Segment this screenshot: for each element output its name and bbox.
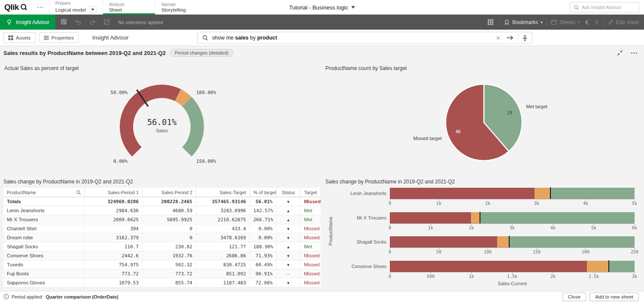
prev-sheet-button[interactable]: [584, 20, 590, 25]
table-cell: Missed: [301, 224, 321, 233]
table-cell: Fuji Boots: [3, 269, 85, 278]
sheets-button[interactable]: Sheets ▾: [551, 19, 580, 25]
properties-button[interactable]: Properties: [39, 32, 79, 43]
insight-search-bar[interactable]: show me sales by product ✕: [197, 32, 532, 44]
edit-sheet-button[interactable]: Edit sheet: [608, 19, 639, 25]
table-cell: Missed: [301, 278, 321, 287]
table-cell: Conserve Shoes: [3, 251, 85, 260]
table-cell: 3478.6169: [196, 233, 250, 242]
ask-insight-advisor-input[interactable]: [582, 5, 635, 10]
status-arrow: ▲: [286, 218, 290, 222]
gauge-chart[interactable]: 0.00%50.00%100.00%150.00%56.01%Sales: [73, 75, 253, 176]
query-term-product: product: [257, 35, 277, 41]
table-cell: 851.092: [196, 269, 250, 278]
clear-selections-icon: [103, 19, 110, 25]
close-button[interactable]: Close: [562, 293, 586, 301]
table-cell: Dream robe: [3, 233, 85, 242]
table-cell: ▼: [276, 260, 301, 269]
table-cell: ▲: [276, 215, 301, 224]
selections-toolbar: Insight Advisor No selections applied Bo…: [0, 15, 644, 30]
toolbar-divider: [604, 18, 604, 26]
add-to-new-sheet-button[interactable]: Add to new sheet: [589, 293, 639, 301]
range-above-target: [509, 236, 635, 247]
pie-value-label: 29: [507, 110, 512, 115]
bullet-row[interactable]: Mr X Trousers01k2k3k4k5k6k: [325, 212, 641, 236]
ask-insight-advisor-search[interactable]: [570, 2, 639, 12]
bullet-chart[interactable]: ProductName Lenin Jeanshorts01k2k3k4k5kM…: [325, 185, 641, 290]
collapse-button[interactable]: [617, 50, 623, 56]
axis-tick-label: 500: [427, 274, 434, 279]
app-title: Tutorial - Business logic: [289, 4, 348, 11]
axis-tick-label: 1k: [469, 274, 474, 279]
table-cell: 1187.483: [196, 278, 250, 287]
table-cell: 142.57%: [250, 206, 276, 215]
info-icon: [3, 294, 9, 299]
table-row[interactable]: Tuxedo754.975502.32830.472560.49%▼Missed: [3, 260, 321, 269]
x-axis-line: [390, 199, 635, 199]
axis-tick-label: 100: [484, 250, 492, 254]
table-cell: 754.975: [85, 260, 143, 269]
axis-tick-label: 1k: [428, 226, 433, 230]
sales-table[interactable]: ProductNameSales-Period 1Sales-Period 2S…: [3, 188, 321, 287]
submit-search-button[interactable]: [506, 35, 514, 40]
step-forward-button[interactable]: [87, 17, 98, 28]
table-row[interactable]: Totals324969.0286200228.2465357465.93146…: [3, 197, 321, 206]
bookmark-icon: [504, 19, 510, 25]
status-arrow: ▲: [286, 209, 290, 213]
table-cell: ▲: [276, 242, 301, 251]
bullet-bar[interactable]: 01k2k3k4k5k: [390, 188, 635, 207]
column-header[interactable]: Sales-Period 1: [85, 188, 143, 197]
bullet-category-label: Mr X Trousers: [325, 215, 386, 220]
axis-tick-label: 2k: [469, 226, 474, 230]
bullet-bar[interactable]: 05001k1.5k2k2.5k3k: [390, 261, 635, 280]
table-cell: Met: [301, 206, 321, 215]
bullet-bar[interactable]: 050100150200250: [390, 236, 635, 255]
app-title-menu[interactable]: Tutorial - Business logic: [0, 0, 644, 15]
axis-tick-label: 4k: [550, 226, 556, 230]
table-row[interactable]: Conserve Shoes2442.61932.762686.8671.93%…: [3, 251, 321, 260]
table-row[interactable]: Mr X Trousers2009.66255895.99252210.6287…: [3, 215, 321, 224]
table-row[interactable]: Lenin Jeanshorts2984.6364680.593283.0996…: [3, 206, 321, 215]
range-near-target: [471, 212, 480, 223]
table-cell: 188.90%: [250, 242, 276, 251]
step-back-button[interactable]: [73, 17, 84, 28]
table-row[interactable]: Shagall Socks110.7230.02121.77188.90%▲Me…: [3, 242, 321, 251]
toolbar-divider: [547, 18, 547, 26]
table-cell: ▼: [276, 251, 301, 260]
table-cell: 324969.0286: [85, 197, 143, 206]
next-sheet-button[interactable]: [594, 20, 600, 25]
search-icon[interactable]: [76, 190, 81, 195]
column-header[interactable]: Sales-Period 2: [143, 188, 196, 197]
grid-view-button[interactable]: [485, 17, 496, 28]
microphone-button[interactable]: [522, 35, 528, 41]
more-options-button[interactable]: •••: [631, 51, 638, 55]
clear-search-button[interactable]: ✕: [494, 35, 502, 41]
column-header[interactable]: ProductName: [3, 188, 85, 197]
column-header[interactable]: Sales-Target: [196, 188, 250, 197]
table-row[interactable]: Fuji Boots773.72773.72851.09290.91%--Mis…: [3, 269, 321, 278]
range-near-target: [587, 261, 609, 272]
axis-tick-label: 6k: [632, 226, 637, 230]
table-chart-title: Sales change by ProductName in 2019-Q2 a…: [3, 179, 133, 185]
column-header[interactable]: % of target: [250, 188, 276, 197]
table-cell: Missed: [301, 233, 321, 242]
table-cell: 0: [143, 224, 196, 233]
bullet-bar[interactable]: 01k2k3k4k5k6k: [390, 212, 635, 231]
pie-chart[interactable]: 29Met target46Missed target: [404, 76, 575, 173]
step-forward-icon: [89, 19, 96, 25]
column-header[interactable]: Status: [276, 188, 301, 197]
insight-advisor-toggle-button[interactable]: Insight Advisor: [0, 15, 55, 30]
column-header[interactable]: Target: [301, 188, 321, 197]
table-cell: 1079.53: [85, 278, 143, 287]
bullet-row[interactable]: Lenin Jeanshorts01k2k3k4k5k: [325, 188, 641, 212]
table-cell: Shagall Socks: [3, 242, 85, 251]
bookmarks-button[interactable]: Bookmarks ▾: [504, 19, 543, 25]
selections-tool-button[interactable]: [58, 17, 70, 28]
clear-selections-button[interactable]: [101, 17, 112, 28]
table-row[interactable]: Dream robe3162.37903478.61690.00%▼Missed: [3, 233, 321, 242]
table-row[interactable]: Chantell Shirt3940433.40.00%▼Missed: [3, 224, 321, 233]
gauge-value: 56.01%: [147, 117, 177, 127]
table-row[interactable]: Sapporoo Gloves1079.53855.741187.48372.0…: [3, 278, 321, 287]
bullet-row[interactable]: Shagall Socks050100150200250: [325, 236, 641, 260]
assets-button[interactable]: Assets: [3, 32, 36, 43]
